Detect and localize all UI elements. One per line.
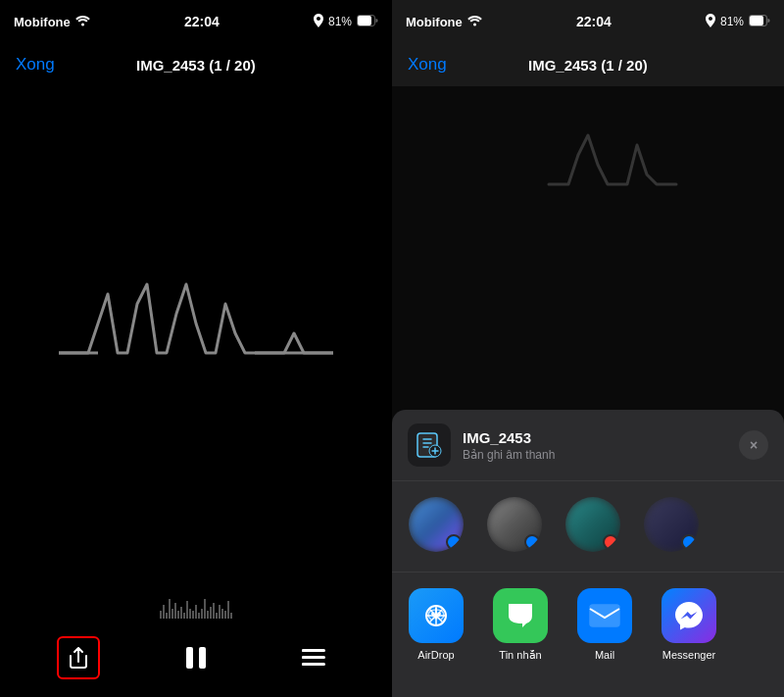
mail-label: Mail (595, 649, 614, 661)
left-carrier-text: Mobifone (14, 15, 71, 29)
svg-rect-12 (302, 663, 307, 666)
right-location-icon (706, 14, 715, 30)
left-wifi-icon (75, 15, 90, 29)
share-sheet-file-icon (408, 423, 451, 467)
left-time: 22:04 (184, 14, 220, 29)
contact-indicator-2 (524, 534, 540, 550)
left-done-button[interactable]: Xong (16, 55, 55, 75)
messenger-item[interactable]: Messenger (655, 588, 723, 662)
right-status-bar: Mobifone 22:04 81% (392, 0, 784, 43)
share-sheet-header: IMG_2453 Bản ghi âm thanh × (392, 410, 784, 481)
svg-rect-2 (358, 16, 371, 25)
pause-button[interactable] (174, 636, 218, 679)
share-sheet-contacts (392, 481, 784, 573)
share-sheet: IMG_2453 Bản ghi âm thanh × (392, 410, 784, 697)
svg-rect-11 (302, 656, 307, 659)
messenger-label: Messenger (662, 649, 715, 661)
contact-indicator-1 (446, 534, 462, 550)
left-panel: Mobifone 22:04 81% (0, 0, 392, 697)
right-title: IMG_2453 (1 / 20) (528, 57, 648, 74)
svg-rect-6 (199, 647, 206, 669)
svg-rect-5 (186, 647, 193, 669)
svg-point-13 (473, 23, 476, 25)
right-battery-percent: 81% (720, 15, 744, 28)
right-nav-bar: Xong IMG_2453 (1 / 20) (392, 43, 784, 86)
right-done-button[interactable]: Xong (408, 55, 447, 75)
svg-point-0 (81, 23, 84, 25)
left-battery-percent: 81% (328, 15, 352, 28)
share-sheet-info: IMG_2453 Bản ghi âm thanh (463, 429, 739, 462)
share-sheet-apps: AirDrop Tin nhắn Mail (392, 573, 784, 677)
right-status-right: 81% (706, 14, 770, 30)
right-carrier-text: Mobifone (406, 15, 463, 29)
mail-item[interactable]: Mail (570, 588, 639, 662)
share-sheet-title: IMG_2453 (463, 429, 739, 446)
messages-item[interactable]: Tin nhắn (486, 588, 555, 662)
left-location-icon (314, 14, 323, 30)
share-sheet-close-button[interactable]: × (739, 430, 768, 460)
contact-avatar-4 (644, 497, 699, 552)
contact-item-3[interactable] (559, 497, 627, 556)
svg-rect-15 (750, 16, 763, 25)
svg-rect-10 (302, 649, 307, 652)
airdrop-label: AirDrop (417, 649, 454, 661)
list-button[interactable] (292, 636, 335, 679)
contact-indicator-4 (681, 534, 697, 550)
right-wifi-icon (467, 15, 482, 29)
airdrop-item[interactable]: AirDrop (402, 588, 470, 662)
left-status-bar: Mobifone 22:04 81% (0, 0, 392, 43)
mail-icon (577, 588, 632, 643)
contact-item-4[interactable] (637, 497, 706, 556)
contact-item-2[interactable] (480, 497, 549, 556)
messages-icon (493, 588, 548, 643)
messenger-icon (662, 588, 716, 643)
messages-label: Tin nhắn (499, 649, 541, 662)
left-title: IMG_2453 (1 / 20) (136, 57, 256, 74)
left-carrier: Mobifone (14, 15, 90, 29)
contact-avatar-2 (487, 497, 542, 552)
contact-indicator-3 (603, 534, 618, 550)
left-nav-bar: Xong IMG_2453 (1 / 20) (0, 43, 392, 86)
left-battery-icon (357, 15, 378, 29)
contact-avatar-1 (409, 497, 464, 552)
share-sheet-subtitle: Bản ghi âm thanh (463, 448, 739, 462)
right-carrier: Mobifone (406, 15, 482, 29)
left-waveform-area (0, 86, 392, 619)
left-bottom-bar (0, 619, 392, 697)
right-panel: Mobifone 22:04 81% (392, 0, 784, 697)
contact-item-1[interactable] (402, 497, 470, 556)
svg-rect-25 (590, 605, 619, 626)
right-battery-icon (749, 15, 770, 29)
contact-avatar-3 (565, 497, 620, 552)
airdrop-icon (409, 588, 464, 643)
left-waveform-svg (59, 274, 333, 431)
share-button[interactable] (57, 636, 100, 679)
left-mini-waveform (0, 589, 392, 619)
right-time: 22:04 (576, 14, 612, 29)
left-status-right: 81% (314, 14, 378, 30)
